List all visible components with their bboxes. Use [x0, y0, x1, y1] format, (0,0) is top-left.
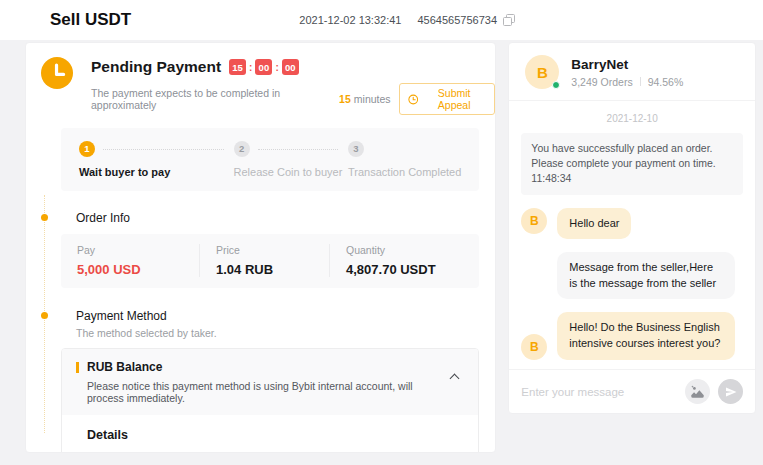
field-label: Quantity	[346, 244, 479, 256]
appeal-label: Submit Appeal	[422, 87, 486, 111]
payment-method-details: Details Source Account Funding Account	[62, 415, 478, 453]
step-connector	[103, 149, 224, 150]
pending-payment-header: Pending Payment 15 : 00 : 00 The payment…	[26, 57, 495, 115]
step-number: 1	[79, 141, 95, 157]
seller-avatar: B	[521, 208, 547, 234]
submit-appeal-button[interactable]: Submit Appeal	[399, 83, 496, 115]
chat-message-list: 2021-12-10 You have successfully placed …	[509, 101, 755, 369]
order-number: 4564565756734	[417, 14, 497, 26]
avatar-letter: B	[530, 214, 539, 228]
field-label: Pay	[77, 244, 199, 256]
order-info-section: Order Info Pay 5,000 USD Price 1.04 RUB …	[26, 211, 495, 288]
subtitle-minutes: 15	[339, 93, 351, 105]
step-label: Release Coin to buyer	[234, 166, 348, 178]
timer-separator: :	[275, 62, 278, 73]
topbar: Sell USDT 2021-12-02 13:32:41 4564565756…	[0, 0, 763, 40]
picture-icon	[690, 384, 705, 399]
stats-divider	[640, 77, 641, 86]
message-input[interactable]	[521, 386, 677, 398]
chat-header: B BarryNet 3,249 Orders 94.56%	[509, 43, 755, 101]
pending-clock-icon	[41, 57, 73, 89]
step-number: 2	[234, 141, 250, 157]
payment-method-card: RUB Balance Please notice this payment m…	[61, 348, 479, 453]
step-release-coin: 2 Release Coin to buyer	[234, 141, 348, 178]
chat-message: B Hello dear	[521, 208, 743, 240]
payment-method-subtitle: The method selected by taker.	[76, 327, 479, 339]
send-icon	[725, 386, 737, 398]
order-quantity-field: Quantity 4,807.70 USDT	[329, 244, 479, 277]
main-content: Pending Payment 15 : 00 : 00 The payment…	[0, 40, 763, 453]
step-transaction-completed: 3 Transaction Completed	[348, 141, 461, 178]
order-meta: 2021-12-02 13:32:41 4564565756734	[299, 14, 515, 26]
chevron-up-icon[interactable]	[450, 374, 460, 384]
field-label: Price	[216, 244, 329, 256]
seller-name: BarryNet	[571, 57, 683, 72]
order-info-title: Order Info	[76, 211, 479, 225]
orders-count: 3,249 Orders	[571, 76, 632, 88]
countdown-segment-1: 15	[229, 59, 246, 75]
countdown-timer: 15 : 00 : 00	[229, 59, 299, 75]
countdown-segment-2: 00	[255, 59, 272, 75]
step-wait-buyer: 1 Wait buyer to pay	[79, 141, 234, 178]
completion-rate: 94.56%	[648, 76, 684, 88]
step-label: Transaction Completed	[348, 166, 461, 178]
details-title: Details	[87, 428, 464, 442]
message-bubble: Hello! Do the Business English intensive…	[557, 312, 735, 359]
send-button[interactable]	[718, 379, 743, 404]
payment-method-header[interactable]: RUB Balance Please notice this payment m…	[62, 349, 478, 415]
p2p-order-screen: Sell USDT 2021-12-02 13:32:41 4564565756…	[0, 0, 763, 465]
online-status-dot	[552, 81, 560, 89]
chat-panel: B BarryNet 3,249 Orders 94.56% 2021-12-1…	[508, 42, 756, 414]
message-bubble: Hello dear	[557, 208, 631, 240]
accent-bar	[76, 362, 79, 373]
chat-input-bar	[509, 369, 755, 413]
order-price-field: Price 1.04 RUB	[199, 244, 329, 277]
system-message: You have successfully placed an order. P…	[521, 133, 743, 195]
chat-message: B Hello! Do the Business English intensi…	[521, 312, 743, 359]
step-connector	[258, 149, 338, 150]
seller-avatar: B	[521, 334, 547, 360]
price-value: 1.04 RUB	[216, 262, 329, 277]
pending-subtitle: The payment expects to be completed in a…	[91, 83, 495, 115]
progress-steps: 1 Wait buyer to pay 2 Release Coin to bu…	[61, 128, 479, 191]
pending-title: Pending Payment	[91, 58, 221, 76]
pay-amount: 5,000 USD	[77, 262, 199, 277]
page-title: Sell USDT	[50, 10, 131, 30]
payment-method-note: Please notice this payment method is usi…	[87, 380, 438, 404]
image-upload-button[interactable]	[685, 379, 710, 404]
countdown-segment-3: 00	[282, 59, 299, 75]
copy-icon[interactable]	[503, 14, 515, 26]
section-bullet	[41, 214, 48, 221]
order-detail-card: Pending Payment 15 : 00 : 00 The payment…	[25, 42, 496, 453]
order-info-box: Pay 5,000 USD Price 1.04 RUB Quantity 4,…	[61, 234, 479, 288]
avatar-letter: B	[530, 340, 539, 354]
message-bubble: Message from the seller,Here is the mess…	[557, 252, 735, 299]
payment-method-name: RUB Balance	[87, 360, 162, 374]
payment-method-title: Payment Method	[76, 309, 479, 323]
chat-date: 2021-12-10	[521, 113, 743, 124]
timer-separator: :	[249, 62, 252, 73]
seller-avatar: B	[525, 55, 559, 89]
step-label: Wait buyer to pay	[79, 166, 234, 178]
avatar-letter: B	[537, 64, 548, 81]
appeal-clock-icon	[408, 94, 418, 105]
quantity-value: 4,807.70 USDT	[346, 262, 479, 277]
step-number: 3	[348, 141, 364, 157]
payment-method-section: Payment Method The method selected by ta…	[26, 309, 495, 453]
subtitle-suffix: minutes	[354, 93, 391, 105]
subtitle-text: The payment expects to be completed in a…	[91, 87, 336, 111]
seller-stats: 3,249 Orders 94.56%	[571, 76, 683, 88]
section-bullet	[41, 312, 48, 319]
order-pay-field: Pay 5,000 USD	[61, 244, 199, 277]
order-timestamp: 2021-12-02 13:32:41	[299, 14, 401, 26]
chat-message: Message from the seller,Here is the mess…	[521, 252, 743, 299]
pending-content: Pending Payment 15 : 00 : 00 The payment…	[91, 57, 495, 115]
